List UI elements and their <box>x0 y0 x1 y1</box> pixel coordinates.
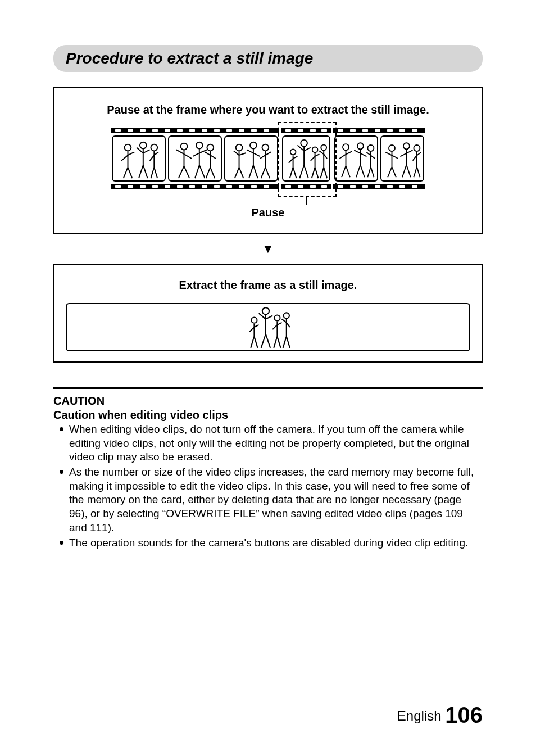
svg-point-0 <box>125 144 131 151</box>
svg-point-13 <box>343 144 349 150</box>
extracted-frame-illustration <box>66 303 470 351</box>
svg-point-7 <box>250 142 257 149</box>
svg-point-3 <box>181 143 188 150</box>
film-frame <box>112 135 166 182</box>
caution-item: As the number or size of the video clips… <box>69 465 483 535</box>
footer-page-number: 106 <box>445 703 483 727</box>
film-frame <box>334 135 378 182</box>
film-frame-selected <box>282 135 330 182</box>
step2-title: Extract the frame as a still image. <box>66 279 470 292</box>
caution-list: When editing video clips, do not turn of… <box>53 423 483 550</box>
svg-point-20 <box>262 307 269 314</box>
svg-point-2 <box>151 144 157 151</box>
svg-point-8 <box>262 144 269 151</box>
step2-box: Extract the frame as a still image. <box>53 264 483 363</box>
section-heading: Procedure to extract a still image <box>66 49 470 67</box>
filmstrip-illustration <box>66 128 470 189</box>
svg-point-11 <box>312 147 318 153</box>
svg-point-14 <box>357 143 364 149</box>
caution-item: The operation sounds for the camera's bu… <box>69 536 483 550</box>
svg-point-19 <box>251 318 257 323</box>
svg-point-6 <box>236 144 243 151</box>
footer-language: English <box>397 708 442 723</box>
step1-box: Pause at the frame where you want to ext… <box>53 87 483 234</box>
film-frame <box>168 135 222 182</box>
svg-point-17 <box>403 143 410 149</box>
svg-point-16 <box>389 145 395 151</box>
svg-point-15 <box>367 145 374 151</box>
caution-block: CAUTION Caution when editing video clips… <box>53 387 483 550</box>
svg-point-9 <box>290 149 296 155</box>
svg-point-21 <box>274 315 280 320</box>
down-arrow-icon: ▼ <box>53 242 483 256</box>
page-footer: English 106 <box>397 703 483 728</box>
caution-subheading: Caution when editing video clips <box>53 409 483 422</box>
svg-point-1 <box>140 142 147 149</box>
section-heading-bar: Procedure to extract a still image <box>53 45 483 72</box>
caution-item: When editing video clips, do not turn of… <box>69 423 483 464</box>
pause-label: Pause <box>66 206 470 219</box>
svg-point-12 <box>321 145 326 151</box>
svg-point-4 <box>196 142 203 149</box>
svg-point-5 <box>207 144 214 151</box>
svg-point-10 <box>301 140 307 147</box>
svg-point-18 <box>414 145 420 151</box>
step1-title: Pause at the frame where you want to ext… <box>66 103 470 116</box>
film-frame <box>224 135 278 182</box>
extracted-frame <box>66 303 470 351</box>
film-frame <box>380 135 424 182</box>
svg-point-22 <box>284 313 289 318</box>
caution-heading: CAUTION <box>53 395 483 408</box>
page: Procedure to extract a still image Pause… <box>0 0 536 756</box>
